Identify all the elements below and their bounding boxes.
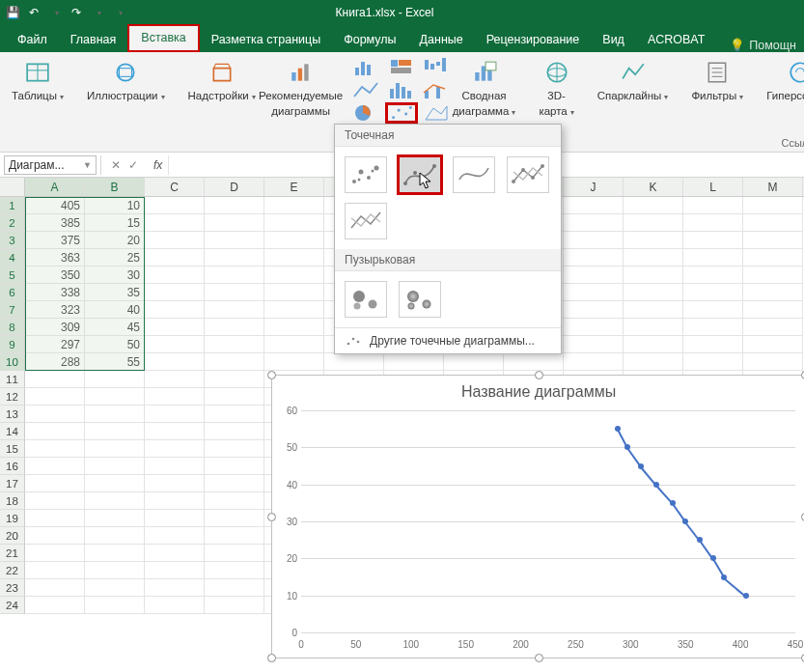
cell[interactable] [743,301,803,319]
cell[interactable] [683,214,743,232]
column-header[interactable]: D [205,178,264,196]
column-header[interactable]: A [25,178,85,196]
tab-file[interactable]: Файл [6,28,59,52]
row-header[interactable]: 16 [0,458,25,475]
cell[interactable] [205,388,264,406]
cell[interactable] [205,249,264,266]
cell[interactable] [205,440,264,458]
cell[interactable] [145,458,205,475]
row-header[interactable]: 11 [0,371,25,388]
cell[interactable] [25,545,85,562]
cell[interactable] [683,284,743,301]
cell[interactable] [145,232,205,249]
row-header[interactable]: 9 [0,336,25,353]
tab-view[interactable]: Вид [591,28,636,52]
redo-icon[interactable]: ↷ [69,6,83,19]
cell[interactable] [624,319,683,336]
cell[interactable] [624,284,683,301]
data-point[interactable] [670,500,676,506]
cell[interactable] [564,353,624,371]
cell[interactable]: 405 [25,197,85,214]
cell[interactable] [624,197,683,214]
column-chart-button[interactable] [350,56,383,77]
cell[interactable] [743,249,803,266]
data-point[interactable] [638,463,644,469]
cell[interactable] [624,266,683,284]
cell[interactable] [85,527,145,545]
cell[interactable] [743,319,803,336]
undo-icon[interactable]: ↶ [27,6,41,19]
3d-map-button[interactable]: 3D- карта [535,56,577,121]
cell[interactable] [85,406,145,423]
tab-insert[interactable]: Вставка [127,24,199,52]
row-header[interactable]: 12 [0,388,25,406]
cell[interactable] [564,319,624,336]
filters-button[interactable]: Фильтры [687,56,747,105]
cell[interactable] [564,197,624,214]
cell[interactable]: 323 [25,301,85,319]
cell[interactable] [264,249,324,266]
cell[interactable] [205,510,264,527]
cell[interactable] [205,579,264,597]
cell[interactable] [205,266,264,284]
row-header[interactable]: 8 [0,319,25,336]
cell[interactable] [205,562,264,579]
bubble-chart[interactable] [345,281,387,318]
fx-icon[interactable]: fx [148,158,168,172]
scatter-markers-only[interactable] [345,156,387,193]
cell[interactable] [743,284,803,301]
cell[interactable] [683,249,743,266]
row-header[interactable]: 1 [0,197,25,214]
cell[interactable] [25,492,85,510]
cell[interactable]: 375 [25,232,85,249]
column-header[interactable]: C [145,178,205,196]
cell[interactable]: 30 [85,266,145,284]
cell[interactable] [264,232,324,249]
cell[interactable] [683,353,743,371]
qat-customize-icon[interactable] [112,6,125,19]
cell[interactable] [683,197,743,214]
cell[interactable] [85,545,145,562]
cell[interactable] [85,458,145,475]
scatter-straight-markers[interactable] [507,156,549,193]
cell[interactable] [743,336,803,353]
enter-icon[interactable]: ✓ [128,158,138,172]
redo-dropdown-icon[interactable] [91,6,104,19]
cell[interactable] [145,492,205,510]
cell[interactable] [683,336,743,353]
cell[interactable] [145,249,205,266]
scatter-smooth-lines[interactable] [453,156,495,193]
cell[interactable] [145,406,205,423]
cancel-icon[interactable]: ✕ [111,158,121,172]
row-header[interactable]: 2 [0,214,25,232]
column-header[interactable]: L [683,178,743,196]
cell[interactable] [743,197,803,214]
cell[interactable] [683,266,743,284]
data-point[interactable] [653,482,659,488]
column-header[interactable]: K [624,178,683,196]
cell[interactable] [145,336,205,353]
cell[interactable] [145,440,205,458]
select-all-corner[interactable] [0,178,25,196]
cell[interactable] [145,388,205,406]
cell[interactable]: 45 [85,319,145,336]
chart-object[interactable]: Название диаграммы 010203040506005010015… [271,375,804,658]
cell[interactable] [25,579,85,597]
cell[interactable] [264,336,324,353]
cell[interactable] [624,214,683,232]
cell[interactable] [624,353,683,371]
cell[interactable] [205,458,264,475]
cell[interactable] [205,371,264,388]
column-header[interactable]: M [743,178,803,196]
cell[interactable] [145,301,205,319]
cell[interactable] [683,301,743,319]
cell[interactable] [264,284,324,301]
scatter-chart-button[interactable] [385,102,418,124]
cell[interactable]: 20 [85,232,145,249]
row-header[interactable]: 24 [0,597,25,614]
cell[interactable] [25,475,85,492]
row-header[interactable]: 17 [0,475,25,492]
row-header[interactable]: 22 [0,562,25,579]
cell[interactable] [743,266,803,284]
cell[interactable] [564,249,624,266]
